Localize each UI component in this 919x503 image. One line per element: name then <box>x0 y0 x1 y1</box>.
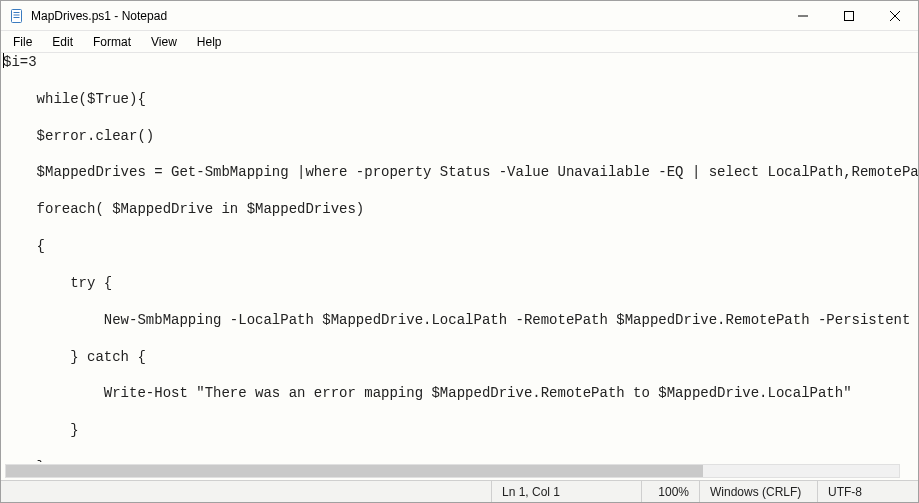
editor-line: $i=3 <box>3 53 916 71</box>
editor-line: Write-Host "There was an error mapping $… <box>3 384 916 402</box>
editor-line <box>3 440 916 458</box>
editor-line <box>3 219 916 237</box>
editor-line: $error.clear() <box>3 127 916 145</box>
editor-line: try { <box>3 274 916 292</box>
editor-line: } <box>3 458 916 462</box>
status-eol: Windows (CRLF) <box>700 481 818 502</box>
editor-line <box>3 182 916 200</box>
editor-line <box>3 71 916 89</box>
editor-line: { <box>3 237 916 255</box>
editor-line <box>3 403 916 421</box>
maximize-button[interactable] <box>826 1 872 30</box>
window-title: MapDrives.ps1 - Notepad <box>31 9 167 23</box>
notepad-icon <box>9 8 25 24</box>
editor-line: foreach( $MappedDrive in $MappedDrives) <box>3 200 916 218</box>
menubar: File Edit Format View Help <box>1 31 918 53</box>
minimize-button[interactable] <box>780 1 826 30</box>
notepad-window: MapDrives.ps1 - Notepad File Edit Format… <box>0 0 919 503</box>
menu-edit[interactable]: Edit <box>42 33 83 51</box>
close-button[interactable] <box>872 1 918 30</box>
editor-line: while($True){ <box>3 90 916 108</box>
horizontal-scrollbar-thumb[interactable] <box>6 465 703 477</box>
editor-line: } catch { <box>3 348 916 366</box>
editor-line <box>3 366 916 384</box>
svg-rect-0 <box>12 9 22 22</box>
menu-file[interactable]: File <box>3 33 42 51</box>
svg-rect-5 <box>845 11 854 20</box>
menu-format[interactable]: Format <box>83 33 141 51</box>
statusbar: Ln 1, Col 1 100% Windows (CRLF) UTF-8 <box>1 480 918 502</box>
status-encoding: UTF-8 <box>818 481 918 502</box>
editor-area: $i=3 while($True){ $error.clear() $Mappe… <box>1 53 918 480</box>
statusbar-spacer <box>1 481 492 502</box>
editor-line: } <box>3 421 916 439</box>
editor-line <box>3 292 916 310</box>
editor-line <box>3 329 916 347</box>
menu-help[interactable]: Help <box>187 33 232 51</box>
editor-line: New-SmbMapping -LocalPath $MappedDrive.L… <box>3 311 916 329</box>
editor-line <box>3 255 916 273</box>
text-editor[interactable]: $i=3 while($True){ $error.clear() $Mappe… <box>1 53 918 462</box>
titlebar[interactable]: MapDrives.ps1 - Notepad <box>1 1 918 31</box>
editor-line <box>3 108 916 126</box>
menu-view[interactable]: View <box>141 33 187 51</box>
status-cursor: Ln 1, Col 1 <box>492 481 642 502</box>
horizontal-scrollbar[interactable] <box>5 464 900 478</box>
window-controls <box>780 1 918 30</box>
status-zoom: 100% <box>642 481 700 502</box>
editor-line: $MappedDrives = Get-SmbMapping |where -p… <box>3 163 916 181</box>
editor-line <box>3 145 916 163</box>
